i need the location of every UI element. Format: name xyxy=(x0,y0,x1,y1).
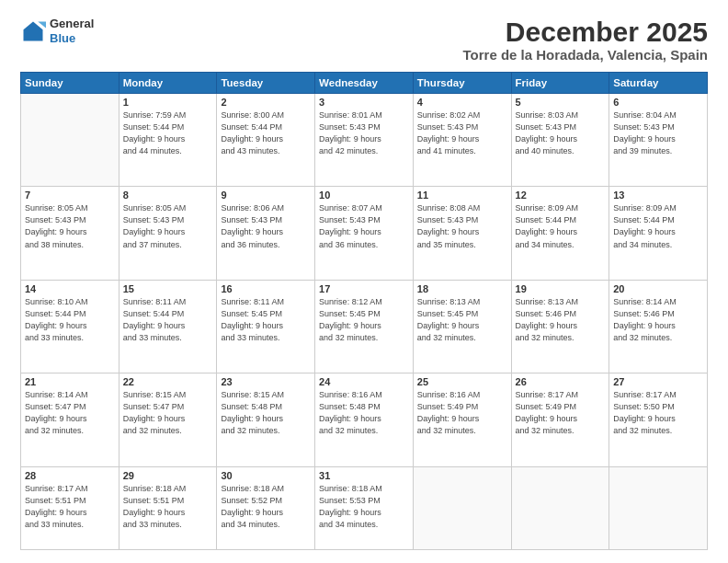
day-info: Sunrise: 8:06 AMSunset: 5:43 PMDaylight:… xyxy=(221,202,311,250)
calendar-week-row: 1Sunrise: 7:59 AMSunset: 5:44 PMDaylight… xyxy=(21,94,708,187)
calendar-day-header: Friday xyxy=(511,73,609,94)
main-title: December 2025 xyxy=(463,17,708,47)
calendar-day-cell: 16Sunrise: 8:11 AMSunset: 5:45 PMDayligh… xyxy=(217,280,315,373)
calendar-day-cell xyxy=(609,466,708,550)
day-info: Sunrise: 8:16 AMSunset: 5:49 PMDaylight:… xyxy=(417,389,507,437)
calendar-day-cell: 25Sunrise: 8:16 AMSunset: 5:49 PMDayligh… xyxy=(413,373,511,466)
calendar-day-cell: 11Sunrise: 8:08 AMSunset: 5:43 PMDayligh… xyxy=(413,187,511,280)
calendar-table: SundayMondayTuesdayWednesdayThursdayFrid… xyxy=(20,72,708,550)
day-info: Sunrise: 8:05 AMSunset: 5:43 PMDaylight:… xyxy=(123,202,213,250)
header: General Blue December 2025 Torre de la H… xyxy=(20,17,708,63)
day-info: Sunrise: 8:14 AMSunset: 5:46 PMDaylight:… xyxy=(613,296,703,344)
calendar-day-cell: 30Sunrise: 8:18 AMSunset: 5:52 PMDayligh… xyxy=(217,466,315,550)
day-info: Sunrise: 8:12 AMSunset: 5:45 PMDaylight:… xyxy=(319,296,409,344)
day-info: Sunrise: 8:01 AMSunset: 5:43 PMDaylight:… xyxy=(319,109,409,157)
day-number: 24 xyxy=(319,376,409,387)
day-info: Sunrise: 8:18 AMSunset: 5:52 PMDaylight:… xyxy=(221,483,311,531)
calendar-header-row: SundayMondayTuesdayWednesdayThursdayFrid… xyxy=(21,73,708,94)
calendar-day-cell: 13Sunrise: 8:09 AMSunset: 5:44 PMDayligh… xyxy=(609,187,708,280)
day-number: 12 xyxy=(516,190,606,201)
logo: General Blue xyxy=(20,17,94,45)
day-info: Sunrise: 7:59 AMSunset: 5:44 PMDaylight:… xyxy=(123,109,213,157)
calendar-week-row: 14Sunrise: 8:10 AMSunset: 5:44 PMDayligh… xyxy=(21,280,708,373)
day-info: Sunrise: 8:17 AMSunset: 5:50 PMDaylight:… xyxy=(613,389,703,437)
calendar-day-cell: 27Sunrise: 8:17 AMSunset: 5:50 PMDayligh… xyxy=(609,373,708,466)
calendar-day-cell: 12Sunrise: 8:09 AMSunset: 5:44 PMDayligh… xyxy=(511,187,609,280)
day-number: 2 xyxy=(221,97,311,108)
day-info: Sunrise: 8:10 AMSunset: 5:44 PMDaylight:… xyxy=(25,296,115,344)
day-info: Sunrise: 8:09 AMSunset: 5:44 PMDaylight:… xyxy=(613,202,703,250)
day-number: 17 xyxy=(319,283,409,294)
logo-text: General Blue xyxy=(50,17,94,45)
calendar-day-header: Thursday xyxy=(413,73,511,94)
day-info: Sunrise: 8:18 AMSunset: 5:53 PMDaylight:… xyxy=(319,483,409,531)
day-number: 4 xyxy=(417,97,507,108)
day-number: 23 xyxy=(221,376,311,387)
calendar-day-cell: 8Sunrise: 8:05 AMSunset: 5:43 PMDaylight… xyxy=(119,187,217,280)
calendar-day-cell: 2Sunrise: 8:00 AMSunset: 5:44 PMDaylight… xyxy=(217,94,315,187)
day-number: 7 xyxy=(25,190,115,201)
day-number: 10 xyxy=(319,190,409,201)
svg-marker-0 xyxy=(24,21,43,40)
calendar-day-header: Tuesday xyxy=(217,73,315,94)
day-number: 15 xyxy=(123,283,213,294)
calendar-week-row: 28Sunrise: 8:17 AMSunset: 5:51 PMDayligh… xyxy=(21,466,708,550)
calendar-day-cell: 17Sunrise: 8:12 AMSunset: 5:45 PMDayligh… xyxy=(315,280,414,373)
calendar-day-header: Sunday xyxy=(21,73,119,94)
day-number: 18 xyxy=(417,283,507,294)
calendar-day-cell: 31Sunrise: 8:18 AMSunset: 5:53 PMDayligh… xyxy=(315,466,414,550)
calendar-day-cell xyxy=(511,466,609,550)
calendar-day-cell: 1Sunrise: 7:59 AMSunset: 5:44 PMDaylight… xyxy=(119,94,217,187)
calendar-day-cell: 15Sunrise: 8:11 AMSunset: 5:44 PMDayligh… xyxy=(119,280,217,373)
day-info: Sunrise: 8:16 AMSunset: 5:48 PMDaylight:… xyxy=(319,389,409,437)
calendar-day-cell: 14Sunrise: 8:10 AMSunset: 5:44 PMDayligh… xyxy=(21,280,119,373)
day-number: 9 xyxy=(221,190,311,201)
day-info: Sunrise: 8:00 AMSunset: 5:44 PMDaylight:… xyxy=(221,109,311,157)
day-info: Sunrise: 8:05 AMSunset: 5:43 PMDaylight:… xyxy=(25,202,115,250)
day-number: 28 xyxy=(25,470,115,481)
subtitle: Torre de la Horadada, Valencia, Spain xyxy=(463,47,708,63)
calendar-day-cell xyxy=(21,94,119,187)
calendar-day-header: Wednesday xyxy=(315,73,414,94)
day-info: Sunrise: 8:18 AMSunset: 5:51 PMDaylight:… xyxy=(123,483,213,531)
day-number: 6 xyxy=(613,97,703,108)
day-number: 16 xyxy=(221,283,311,294)
calendar-day-cell: 5Sunrise: 8:03 AMSunset: 5:43 PMDaylight… xyxy=(511,94,609,187)
day-number: 21 xyxy=(25,376,115,387)
calendar-day-cell: 4Sunrise: 8:02 AMSunset: 5:43 PMDaylight… xyxy=(413,94,511,187)
day-number: 31 xyxy=(319,470,409,481)
day-info: Sunrise: 8:08 AMSunset: 5:43 PMDaylight:… xyxy=(417,202,507,250)
day-info: Sunrise: 8:11 AMSunset: 5:44 PMDaylight:… xyxy=(123,296,213,344)
day-info: Sunrise: 8:17 AMSunset: 5:51 PMDaylight:… xyxy=(25,483,115,531)
calendar-day-cell: 18Sunrise: 8:13 AMSunset: 5:45 PMDayligh… xyxy=(413,280,511,373)
calendar-week-row: 7Sunrise: 8:05 AMSunset: 5:43 PMDaylight… xyxy=(21,187,708,280)
calendar-week-row: 21Sunrise: 8:14 AMSunset: 5:47 PMDayligh… xyxy=(21,373,708,466)
day-number: 3 xyxy=(319,97,409,108)
calendar-day-cell: 21Sunrise: 8:14 AMSunset: 5:47 PMDayligh… xyxy=(21,373,119,466)
calendar-day-cell: 22Sunrise: 8:15 AMSunset: 5:47 PMDayligh… xyxy=(119,373,217,466)
day-number: 11 xyxy=(417,190,507,201)
day-info: Sunrise: 8:09 AMSunset: 5:44 PMDaylight:… xyxy=(516,202,606,250)
day-info: Sunrise: 8:15 AMSunset: 5:48 PMDaylight:… xyxy=(221,389,311,437)
day-number: 5 xyxy=(516,97,606,108)
day-info: Sunrise: 8:13 AMSunset: 5:46 PMDaylight:… xyxy=(516,296,606,344)
calendar-day-cell: 19Sunrise: 8:13 AMSunset: 5:46 PMDayligh… xyxy=(511,280,609,373)
calendar-day-cell: 24Sunrise: 8:16 AMSunset: 5:48 PMDayligh… xyxy=(315,373,414,466)
day-info: Sunrise: 8:04 AMSunset: 5:43 PMDaylight:… xyxy=(613,109,703,157)
day-info: Sunrise: 8:13 AMSunset: 5:45 PMDaylight:… xyxy=(417,296,507,344)
calendar-day-cell: 23Sunrise: 8:15 AMSunset: 5:48 PMDayligh… xyxy=(217,373,315,466)
day-number: 25 xyxy=(417,376,507,387)
title-block: December 2025 Torre de la Horadada, Vale… xyxy=(463,17,708,63)
day-info: Sunrise: 8:02 AMSunset: 5:43 PMDaylight:… xyxy=(417,109,507,157)
calendar-day-header: Monday xyxy=(119,73,217,94)
logo-general: General xyxy=(50,17,94,30)
day-number: 8 xyxy=(123,190,213,201)
day-number: 20 xyxy=(613,283,703,294)
calendar-day-cell: 7Sunrise: 8:05 AMSunset: 5:43 PMDaylight… xyxy=(21,187,119,280)
calendar-day-cell xyxy=(413,466,511,550)
logo-icon xyxy=(20,18,46,44)
calendar-day-cell: 10Sunrise: 8:07 AMSunset: 5:43 PMDayligh… xyxy=(315,187,414,280)
logo-blue: Blue xyxy=(50,31,75,45)
day-number: 30 xyxy=(221,470,311,481)
day-info: Sunrise: 8:15 AMSunset: 5:47 PMDaylight:… xyxy=(123,389,213,437)
